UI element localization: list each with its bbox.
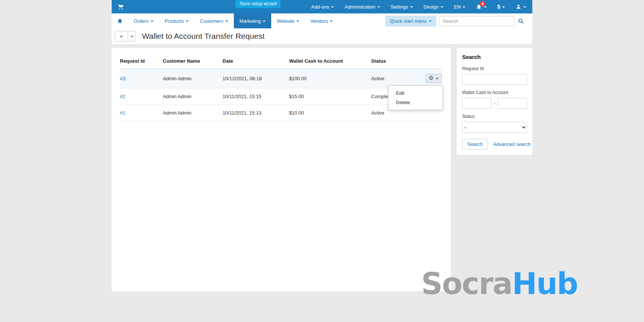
request-id-link[interactable]: #2 (120, 94, 125, 99)
chevron-down-icon (225, 21, 228, 22)
menu-label: EN (454, 4, 461, 10)
topbar-menu-administration[interactable]: Administration (344, 4, 380, 10)
request-id-input[interactable] (462, 74, 527, 85)
title-bar: Wallet to Account Transfer Request (112, 28, 532, 44)
nav-item-orders[interactable]: Orders (128, 13, 159, 28)
column-header-actions (425, 54, 442, 69)
search-panel-actions: Search Advanced search (462, 139, 527, 150)
gear-icon: ⚙ (429, 75, 434, 81)
topbar-menu-design[interactable]: Design (424, 4, 443, 10)
topbar-menu-settings[interactable]: Settings (391, 4, 413, 10)
menu-item-edit[interactable]: Edit (388, 88, 443, 98)
chevron-down-icon (296, 21, 299, 22)
chevron-down-icon (330, 21, 333, 22)
status-label: Status (462, 114, 527, 119)
currency-icon: $ (497, 4, 500, 10)
range-separator: - (494, 100, 495, 106)
home-icon (117, 18, 123, 24)
advanced-search-link[interactable]: Advanced search (493, 141, 530, 147)
nav-label: Products (165, 18, 184, 24)
back-history-dropdown-button[interactable] (128, 31, 136, 41)
back-arrow-icon (119, 34, 124, 39)
nav-item-website[interactable]: Website (271, 13, 305, 28)
main-panel: Request Id Customer Name Date Wallet Cas… (112, 48, 451, 291)
row-actions-gear-button[interactable]: ⚙ (425, 74, 442, 83)
nav-label: Customers (200, 18, 223, 24)
transfer-requests-table: Request Id Customer Name Date Wallet Cas… (120, 54, 442, 121)
page-background: Store setup wizard Add-ons Administratio… (0, 0, 644, 322)
main-navbar: Orders Products Customers Marketing Webs… (112, 13, 532, 28)
actions-cell: ⚙ Edit Delete (425, 69, 442, 88)
sidebar-search-button[interactable]: Search (462, 139, 488, 150)
search-submit-button[interactable] (515, 16, 527, 26)
home-button[interactable] (112, 13, 128, 28)
nav-label: Orders (134, 18, 149, 24)
column-header-wallet-cash: Wallet Cash to Account (289, 54, 371, 69)
notifications-button[interactable]: 4 (476, 4, 487, 10)
chevron-down-icon (436, 78, 439, 79)
notification-badge: 4 (480, 1, 485, 7)
topbar-menu-language[interactable]: EN (454, 4, 465, 10)
wallet-cash-range-label: Wallet Cash to Account (462, 90, 527, 95)
chevron-down-icon (502, 6, 505, 8)
menu-label: Administration (344, 4, 375, 10)
wallet-cash-min-input[interactable] (462, 98, 492, 109)
topbar: Add-ons Administration Settings Design E… (112, 0, 532, 13)
request-id-link[interactable]: #1 (120, 110, 125, 116)
menu-item-delete[interactable]: Delete (388, 98, 443, 107)
navbar-right: Quick start menu (386, 16, 527, 26)
back-button[interactable] (115, 31, 128, 41)
search-input[interactable] (439, 16, 515, 26)
customer-name-cell: Admin Admin (163, 69, 223, 88)
nav-item-products[interactable]: Products (159, 13, 194, 28)
chevron-down-icon (151, 21, 154, 22)
date-cell: 10/11/2021, 15:13 (223, 105, 289, 121)
topbar-menus: Add-ons Administration Settings Design E… (311, 4, 526, 10)
user-account-menu[interactable] (515, 4, 526, 10)
topbar-menu-addons[interactable]: Add-ons (311, 4, 334, 10)
chevron-down-icon (523, 6, 526, 8)
amount-cell: $10.00 (289, 105, 371, 121)
request-id-link[interactable]: #3 (120, 76, 125, 81)
nav-item-vendors[interactable]: Vendors (305, 13, 339, 28)
date-cell: 10/11/2021, 15:15 (223, 88, 289, 105)
customer-name-cell: Admin Admin (163, 105, 223, 121)
nav-item-marketing[interactable]: Marketing (234, 13, 271, 28)
admin-container: Store setup wizard Add-ons Administratio… (112, 0, 532, 291)
search-icon (518, 18, 524, 24)
quick-start-label: Quick start menu (390, 18, 427, 24)
menu-label: Settings (391, 4, 408, 10)
customer-name-cell: Admin Admin (163, 88, 223, 105)
request-id-cell: #3 (120, 69, 163, 88)
request-id-cell: #1 (120, 105, 163, 121)
wallet-cash-range: - (462, 98, 527, 109)
chevron-down-icon (186, 21, 189, 22)
back-button-group (115, 31, 136, 41)
page-title: Wallet to Account Transfer Request (142, 32, 264, 41)
wallet-cash-max-input[interactable] (498, 98, 527, 109)
request-id-cell: #2 (120, 88, 163, 105)
store-setup-wizard-button[interactable]: Store setup wizard (235, 0, 281, 8)
status-select[interactable]: -- (462, 122, 527, 133)
request-id-label: Request Id (462, 66, 527, 71)
user-icon (515, 4, 521, 10)
quick-start-menu-button[interactable]: Quick start menu (386, 16, 436, 26)
chevron-down-icon (484, 6, 487, 8)
amount-cell: $15.00 (289, 88, 371, 105)
chevron-down-icon (263, 21, 266, 22)
storefront-cart-button[interactable] (118, 3, 124, 10)
date-cell: 10/12/2021, 08:18 (223, 69, 289, 88)
chevron-down-icon (429, 21, 432, 22)
chevron-down-icon (462, 6, 465, 8)
chevron-down-icon (440, 6, 443, 8)
menu-label: Design (424, 4, 439, 10)
column-header-date: Date (223, 54, 289, 69)
chevron-down-icon (130, 36, 133, 37)
chevron-down-icon (410, 6, 413, 8)
search-panel: Search Request Id Wallet Cash to Account… (457, 48, 532, 155)
currency-menu[interactable]: $ (497, 4, 505, 10)
column-header-request-id: Request Id (120, 54, 163, 69)
nav-item-customers[interactable]: Customers (194, 13, 234, 28)
chevron-down-icon (377, 6, 380, 8)
nav-label: Website (277, 18, 294, 24)
